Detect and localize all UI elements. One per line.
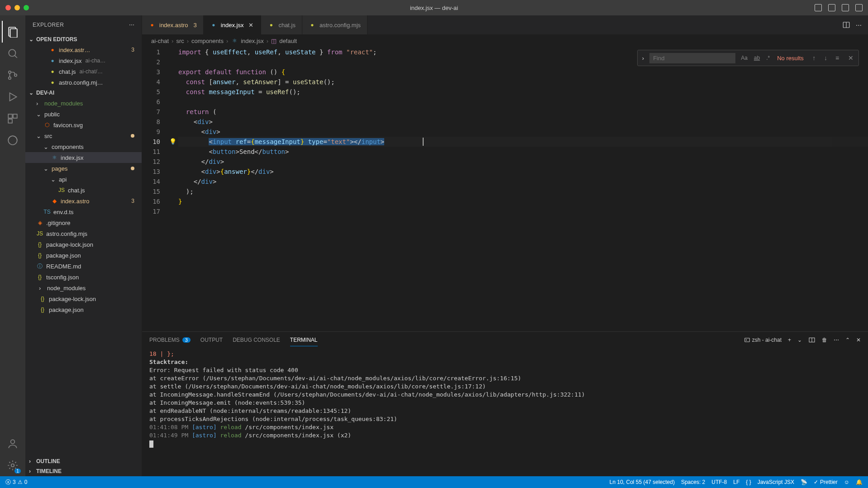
file-item[interactable]: ⬡favicon.svg [25,120,142,130]
lightbulb-icon[interactable]: 💡 [169,137,178,147]
customize-layout-icon[interactable] [855,4,863,11]
window-controls[interactable] [5,5,29,10]
line-number[interactable]: 2 [142,57,160,67]
toggle-panel-left-icon[interactable] [815,4,822,11]
project-header[interactable]: ⌄ DEV-AI [25,88,142,98]
file-item[interactable]: JSchat.js [25,185,142,196]
code-line[interactable]: <div>{answer}</div> [178,167,868,177]
file-item[interactable]: ◆index.astro3 [25,196,142,206]
outline-header[interactable]: › OUTLINE [25,456,142,466]
maximize-panel-icon[interactable]: ⌃ [845,337,850,343]
code-line[interactable]: const messageInput = useRef(); [178,87,868,97]
tab-problems[interactable]: PROBLEMS 3 [149,334,191,346]
folder-item[interactable]: ⌄api [25,174,142,185]
toggle-panel-bottom-icon[interactable] [828,4,835,11]
open-editor-item[interactable]: ●chat.jsai-chat/… [25,66,142,77]
folder-item[interactable]: ⌄src [25,130,142,141]
file-item[interactable]: {}package-lock.json [25,239,142,250]
folder-item[interactable]: ›node_modules [25,98,142,109]
find-next-icon[interactable]: ↓ [820,53,830,63]
line-number[interactable]: 6 [142,97,160,107]
tab-terminal[interactable]: TERMINAL [290,334,318,346]
panel-more-icon[interactable]: ⋯ [834,337,839,343]
folder-item[interactable]: ›node_modules [25,282,142,293]
kill-terminal-icon[interactable]: 🗑 [822,337,827,343]
maximize-window-icon[interactable] [24,5,29,10]
line-number[interactable]: 16 [142,196,160,206]
code-editor[interactable]: › Aa ab .* No results ↑ ↓ ≡ ✕ [142,47,868,331]
code-line[interactable]: </div> [178,177,868,187]
activity-search[interactable] [2,43,24,64]
file-item[interactable]: ⓘREADME.md [25,261,142,272]
split-editor-icon[interactable] [842,21,850,29]
close-panel-icon[interactable]: ✕ [856,337,861,343]
status-eol[interactable]: LF [733,479,739,485]
file-item[interactable]: TSenv.d.ts [25,206,142,217]
tab-debug-console[interactable]: DEBUG CONSOLE [233,334,280,346]
code-line[interactable]: <input ref={messageInput} type="text"></… [178,137,868,147]
terminal-output[interactable]: 18 | }; Stacktrace:Error: Request failed… [142,348,868,476]
code-line[interactable] [178,97,868,107]
breadcrumb-item[interactable]: index.jsx [241,38,264,44]
open-editor-item[interactable]: ●index.astr…3 [25,44,142,55]
code-line[interactable]: ); [178,187,868,196]
more-actions-icon[interactable]: ⋯ [856,22,862,29]
code-line[interactable]: <div> [178,127,868,137]
breadcrumb-item[interactable]: src [176,38,184,44]
line-number[interactable]: 9 [142,127,160,137]
status-feedback-icon[interactable]: ☺ [844,479,849,485]
folder-item[interactable]: ⌄public [25,109,142,120]
breadcrumb-item[interactable]: components [191,38,224,44]
find-close-icon[interactable]: ✕ [846,53,856,63]
open-editors-header[interactable]: ⌄ OPEN EDITORS [25,34,142,44]
breadcrumb-item[interactable]: default [279,38,297,44]
line-number-gutter[interactable]: 1234567891011121314151617 [142,47,169,331]
close-tab-icon[interactable]: ✕ [247,22,254,29]
activity-extensions[interactable] [2,108,24,129]
split-terminal-icon[interactable] [808,336,816,344]
file-item[interactable]: {}package-lock.json [25,293,142,304]
status-spaces[interactable]: Spaces: 2 [681,479,705,485]
line-number[interactable]: 14 [142,177,160,187]
find-expand-icon[interactable]: › [640,55,646,62]
line-number[interactable]: 7 [142,107,160,117]
line-number[interactable]: 10 [142,137,160,147]
terminal-dropdown-icon[interactable]: ⌄ [797,337,802,343]
code-line[interactable]: </div> [178,157,868,167]
line-number[interactable]: 4 [142,77,160,87]
status-bell-icon[interactable]: 🔔 [856,479,863,485]
activity-source-control[interactable] [2,64,24,86]
code-line[interactable]: <div> [178,117,868,127]
line-number[interactable]: 13 [142,167,160,177]
status-language[interactable]: JavaScript JSX [758,479,794,485]
breadcrumb[interactable]: ai-chat› src› components› ⚛ index.jsx› ◫… [142,34,868,47]
activity-explorer[interactable] [2,21,24,43]
regex-icon[interactable]: .* [764,54,772,62]
match-whole-word-icon[interactable]: ab [752,54,762,62]
editor-tab[interactable]: ●index.astro3 [142,15,204,34]
minimap[interactable] [832,47,868,331]
file-item[interactable]: {}tsconfig.json [25,272,142,282]
find-input[interactable] [649,53,735,63]
code-line[interactable]: } [178,196,868,206]
editor-tab[interactable]: ●chat.js [261,15,302,34]
code-line[interactable]: <button>Send</button> [178,147,868,157]
line-number[interactable]: 1 [142,47,160,57]
editor-tab[interactable]: ●astro.config.mjs [302,15,367,34]
line-number[interactable]: 5 [142,87,160,97]
code-line[interactable]: const [answer, setAnswer] = useState(); [178,77,868,87]
close-window-icon[interactable] [5,5,11,10]
open-editor-item[interactable]: ✕●index.jsxai-cha… [25,55,142,66]
code-line[interactable]: return ( [178,107,868,117]
open-editor-item[interactable]: ●astro.config.mj… [25,77,142,88]
code-content[interactable]: import { useEffect, useRef, useState } f… [178,47,868,331]
new-terminal-icon[interactable]: + [788,337,791,343]
toggle-panel-right-icon[interactable] [842,4,849,11]
file-item[interactable]: ◈.gitignore [25,217,142,228]
breadcrumb-item[interactable]: ai-chat [151,38,169,44]
line-number[interactable]: 12 [142,157,160,167]
line-number[interactable]: 15 [142,187,160,196]
line-number[interactable]: 17 [142,206,160,216]
explorer-more-icon[interactable]: ⋯ [129,22,135,28]
line-number[interactable]: 8 [142,117,160,127]
